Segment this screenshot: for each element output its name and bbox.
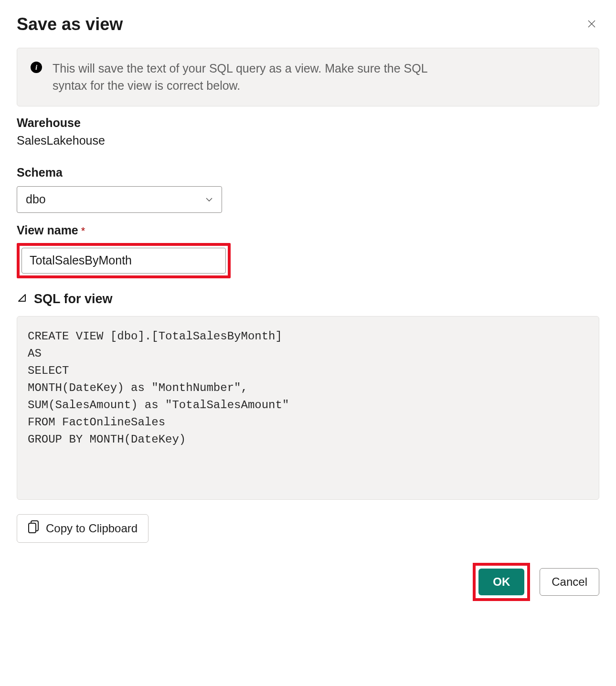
view-name-highlight: [17, 243, 231, 278]
dialog-title: Save as view: [17, 14, 123, 34]
chevron-down-icon: [205, 192, 213, 206]
view-name-label-row: View name *: [17, 223, 599, 237]
sql-view-content[interactable]: CREATE VIEW [dbo].[TotalSalesByMonth] AS…: [17, 316, 599, 500]
schema-select[interactable]: dbo: [17, 186, 222, 213]
view-name-input[interactable]: [21, 248, 226, 274]
ok-button-highlight: OK: [473, 563, 530, 601]
ok-button[interactable]: OK: [478, 569, 524, 595]
copy-button-label: Copy to Clipboard: [46, 522, 138, 535]
schema-selected-value: dbo: [26, 192, 46, 206]
collapse-icon[interactable]: [17, 293, 27, 305]
svg-rect-0: [29, 523, 36, 533]
close-icon: [587, 19, 596, 30]
view-name-label: View name: [17, 223, 78, 237]
sql-label: SQL for view: [34, 292, 113, 306]
info-icon: i: [31, 62, 42, 73]
copy-to-clipboard-button[interactable]: Copy to Clipboard: [17, 514, 149, 543]
cancel-button[interactable]: Cancel: [540, 568, 599, 596]
dialog-footer: OK Cancel: [17, 563, 599, 601]
warehouse-value: SalesLakehouse: [17, 134, 599, 148]
dialog-header: Save as view: [17, 14, 599, 34]
copy-icon: [28, 520, 39, 537]
close-button[interactable]: [584, 16, 599, 33]
required-indicator: *: [81, 225, 85, 237]
warehouse-label: Warehouse: [17, 116, 599, 130]
sql-header: SQL for view: [17, 292, 599, 306]
info-box: i This will save the text of your SQL qu…: [17, 48, 599, 106]
info-text: This will save the text of your SQL quer…: [53, 60, 444, 95]
schema-label: Schema: [17, 166, 599, 179]
schema-select-wrapper: dbo: [17, 186, 222, 213]
